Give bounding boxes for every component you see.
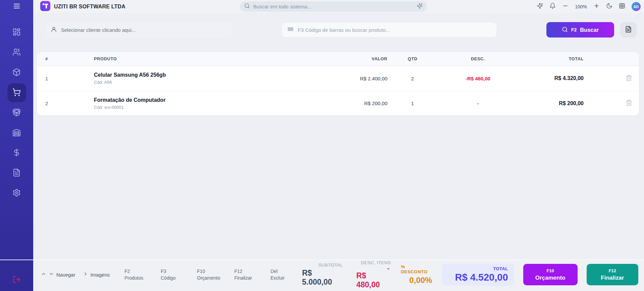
topbar: UZITI BR SOFTWARE LTDA 100% AD: [33, 0, 644, 13]
apps-grid-icon[interactable]: [619, 3, 625, 10]
desconto-value: 0,00%: [409, 276, 432, 285]
row-number: 1: [37, 76, 94, 81]
document-button[interactable]: [620, 22, 637, 38]
file-text-icon: [625, 26, 632, 34]
trash-icon: [626, 99, 632, 107]
shortcut-produtos: F2 Produtos: [124, 269, 146, 281]
product-name: Celular Samsung A56 256gb: [94, 72, 322, 78]
hamburger-icon: [13, 2, 21, 11]
col-header-produto: PRODUTO: [94, 56, 322, 61]
cart-items-table: # PRODUTO VALOR QTD DESC. TOTAL 1 Celula…: [37, 52, 639, 116]
brand: UZITI BR SOFTWARE LTDA: [40, 0, 125, 13]
user-avatar[interactable]: AD: [632, 2, 641, 11]
table-row: 1 Celular Samsung A56 256gb Cód: A56 R$ …: [37, 66, 639, 91]
warehouse-icon: [12, 128, 21, 138]
table-row: 2 Formatação de Computador Cód: srv-0000…: [37, 91, 639, 116]
total-box: TOTAL R$ 4.520,00: [442, 264, 514, 286]
orcamento-button[interactable]: F10 Orçamento: [523, 264, 578, 285]
shortcut-orcamento: F10 Orçamento: [197, 269, 219, 281]
finalizar-button[interactable]: F12 Finalizar: [587, 264, 638, 285]
menu-toggle-button[interactable]: [0, 0, 33, 13]
sidebar-item-documents[interactable]: [0, 163, 33, 183]
active-nav-highlight: [7, 83, 26, 102]
chevron-down-icon: [49, 271, 54, 278]
desc-itens-sign: -: [387, 266, 390, 271]
product-code: Cód: srv-00001: [94, 105, 322, 110]
shortcut-codigo: F3 Código: [161, 269, 182, 281]
logout-icon: [12, 275, 21, 285]
sidebar-item-financial[interactable]: [0, 143, 33, 163]
desc-itens-label: DESC. ITENS: [361, 260, 391, 265]
desconto-label: % DESCONTO: [401, 264, 432, 274]
ai-sparkle-icon[interactable]: [417, 3, 423, 10]
trash-icon: [626, 75, 632, 82]
delete-item-button[interactable]: [626, 75, 632, 82]
dark-mode-moon-icon[interactable]: [606, 3, 612, 10]
user-icon: [51, 26, 57, 33]
product-total: R$ 4.320,00: [518, 75, 619, 81]
sidebar-item-customers[interactable]: [0, 43, 33, 63]
delete-item-button[interactable]: [626, 99, 632, 107]
barcode-icon: [287, 26, 294, 34]
totals-footer: Navegar Imagens F2 Produtos F3 Código F1…: [33, 260, 644, 291]
sidebar-item-stock[interactable]: [0, 103, 33, 123]
shopping-cart-icon: [12, 88, 21, 98]
buscar-label: Buscar: [580, 27, 599, 33]
product-code: Cód: A56: [94, 80, 322, 85]
table-header-row: # PRODUTO VALOR QTD DESC. TOTAL: [37, 52, 639, 66]
users-icon: [12, 48, 21, 58]
orcamento-shortcut-key: F10: [546, 268, 554, 273]
shortcut-label: Excluir: [270, 275, 292, 281]
product-desc: -: [438, 100, 518, 106]
sidebar-item-products[interactable]: [0, 63, 33, 83]
shortcut-label: Código: [161, 275, 182, 281]
finalizar-label: Finalizar: [601, 275, 624, 281]
chevron-right-icon: [83, 271, 88, 278]
navigate-hint: Navegar: [41, 271, 75, 278]
logout-button[interactable]: [0, 275, 33, 285]
company-title: UZITI BR SOFTWARE LTDA: [54, 4, 125, 10]
subtotal-value: R$ 5.000,00: [302, 269, 343, 287]
product-valor: R$ 2.400,00: [322, 76, 387, 81]
desc-itens-block: DESC. ITENS - R$ 480,00: [356, 260, 391, 289]
package-open-icon: [12, 108, 21, 118]
col-header-valor: VALOR: [322, 56, 387, 61]
subtotal-label: SUBTOTAL: [318, 263, 343, 268]
global-search-input[interactable]: [253, 4, 413, 9]
subtotal-block: SUBTOTAL R$ 5.000,00: [302, 263, 343, 287]
total-value: R$ 4.520,00: [455, 272, 508, 283]
ai-assistant-icon[interactable]: [537, 3, 543, 10]
search-icon: [244, 3, 250, 10]
product-search-input[interactable]: [298, 27, 491, 33]
desc-itens-value: R$ 480,00: [356, 271, 391, 289]
col-header-desc: DESC.: [438, 56, 518, 61]
images-label: Imagens: [91, 272, 110, 278]
product-valor: R$ 200,00: [322, 100, 387, 106]
shortcut-key: F10: [197, 269, 219, 274]
col-header-qtd: QTD: [387, 56, 438, 61]
total-label: TOTAL: [493, 266, 508, 271]
orcamento-label: Orçamento: [535, 275, 566, 281]
shortcut-label: Produtos: [124, 275, 146, 281]
sidebar-item-settings[interactable]: [0, 183, 33, 203]
sidebar-item-pos-cart[interactable]: [0, 83, 33, 103]
shortcut-excluir: Del Excluir: [270, 269, 292, 281]
sidebar-nav: [0, 22, 33, 203]
sidebar-item-dashboard[interactable]: [0, 22, 33, 43]
shortcut-key: F12: [234, 269, 256, 274]
select-client-field[interactable]: Selecionar cliente clicando aqui...: [45, 22, 232, 38]
zoom-out-icon[interactable]: [562, 3, 569, 10]
notifications-bell-icon[interactable]: [549, 3, 556, 10]
col-header-num: #: [37, 56, 94, 61]
buscar-button[interactable]: F2 Buscar: [546, 22, 614, 38]
shortcut-label: Finalizar: [234, 275, 256, 281]
dashboard-icon: [12, 28, 21, 38]
sidebar-item-warehouse[interactable]: [0, 123, 33, 143]
package-icon: [12, 68, 21, 78]
shortcut-key: Del: [270, 269, 292, 274]
product-name: Formatação de Computador: [94, 97, 322, 103]
product-search-field: [281, 22, 497, 38]
sidebar: [0, 0, 33, 291]
file-text-icon: [12, 168, 21, 178]
zoom-in-icon[interactable]: [593, 3, 600, 10]
